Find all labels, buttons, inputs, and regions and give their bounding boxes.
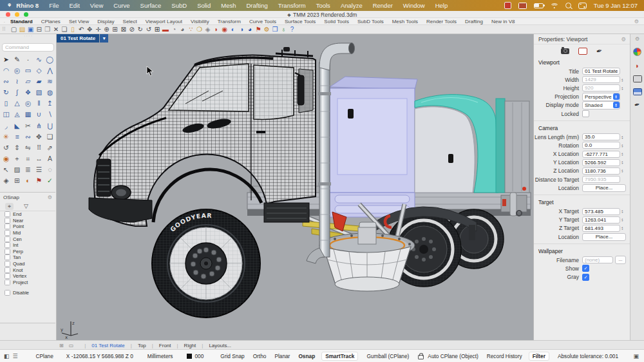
cage-icon[interactable]: ◫ bbox=[1, 109, 12, 119]
blend-icon[interactable]: ∾ bbox=[23, 131, 33, 142]
hide-objects-icon[interactable]: ▬ bbox=[162, 26, 170, 33]
properties-tab-camera-icon[interactable] bbox=[561, 48, 569, 54]
lens-stepper[interactable]: ▴▾ bbox=[621, 135, 626, 139]
x-target-input[interactable] bbox=[582, 208, 620, 215]
item-solid-tools[interactable]: Solid Tools bbox=[324, 19, 349, 24]
earth-render-icon[interactable]: ♁ bbox=[279, 26, 288, 33]
item-drafting[interactable]: Drafting bbox=[246, 2, 267, 9]
pipe-icon[interactable]: ‖ bbox=[33, 98, 44, 108]
y-location-stepper[interactable]: ▴▾ bbox=[621, 160, 626, 164]
polyline-icon[interactable]: ⋀ bbox=[44, 65, 55, 75]
print-icon[interactable]: ⊟ bbox=[35, 26, 43, 33]
layer-indicator[interactable]: 000 bbox=[187, 353, 204, 359]
undo-icon[interactable]: ↶ bbox=[77, 26, 86, 33]
item-render[interactable]: Render bbox=[373, 2, 393, 9]
hide-icon[interactable]: ◌ bbox=[44, 164, 55, 175]
rectangle-icon[interactable]: ▭ bbox=[23, 65, 33, 75]
osnap-vertex-checkbox[interactable] bbox=[5, 273, 10, 279]
z-location-input[interactable] bbox=[582, 167, 620, 175]
tab-settings-gear-icon[interactable]: ⚙ bbox=[634, 19, 639, 24]
rotate-view-icon[interactable]: ↻ bbox=[136, 26, 144, 33]
locked-checkbox[interactable] bbox=[582, 110, 589, 117]
item-select[interactable]: Select bbox=[123, 19, 137, 24]
wallpaper-show-checkbox[interactable]: ✓ bbox=[582, 265, 589, 272]
width-stepper[interactable]: ▴▾ bbox=[621, 78, 626, 82]
lock-objects-icon[interactable]: ◔ bbox=[170, 26, 178, 33]
array-icon[interactable]: ⠿ bbox=[33, 142, 44, 153]
save-file-icon[interactable]: ▣ bbox=[26, 26, 35, 33]
item-render-tools[interactable]: Render Tools bbox=[426, 19, 457, 24]
freeform-icon[interactable]: ∾ bbox=[1, 76, 12, 86]
export-icon[interactable]: ❐ bbox=[43, 26, 52, 33]
item-new-in-v8[interactable]: New in V8 bbox=[491, 19, 515, 24]
revolve-icon[interactable]: ↻ bbox=[1, 87, 12, 97]
wallpaper-filename-input[interactable] bbox=[582, 256, 613, 263]
ellipse-icon[interactable]: ◎ bbox=[12, 65, 23, 75]
group-icon[interactable]: ⊞ bbox=[12, 175, 23, 186]
camera-place-button[interactable]: Place... bbox=[582, 184, 626, 192]
lens-length-input[interactable] bbox=[582, 133, 620, 140]
paste-icon[interactable]: ▯ bbox=[69, 26, 77, 33]
properties-tab-displaymode-icon[interactable]: ✒ bbox=[596, 46, 603, 56]
statusbar-panel-icon[interactable]: ◧ bbox=[4, 353, 10, 359]
filter-toggle[interactable]: Filter bbox=[529, 352, 549, 361]
boolean-difference-icon[interactable]: ∖ bbox=[44, 109, 55, 119]
delete-icon[interactable]: ✕ bbox=[52, 26, 60, 33]
units-button[interactable]: Millimeters bbox=[147, 353, 173, 359]
front-wheel[interactable]: GOODYEAR bbox=[152, 209, 260, 318]
orient-icon[interactable]: ⇗ bbox=[44, 142, 55, 153]
dimension-icon[interactable]: ↔ bbox=[33, 153, 44, 164]
shaded-mode-icon[interactable]: ◗ bbox=[212, 26, 220, 33]
properties-tab-viewport-icon[interactable] bbox=[578, 48, 587, 55]
item-surface-tools[interactable]: Surface Tools bbox=[285, 19, 316, 24]
cylinder-icon[interactable]: ▯ bbox=[1, 98, 12, 108]
zoom-extents-icon[interactable]: ⊠ bbox=[119, 26, 128, 33]
new-file-icon[interactable]: ▢ bbox=[10, 26, 18, 33]
zoom-dynamic-icon[interactable]: ⊕ bbox=[102, 26, 111, 33]
app-red-icon[interactable] bbox=[504, 2, 511, 9]
item-mesh-tools[interactable]: Mesh Tools bbox=[392, 19, 418, 24]
item-standard[interactable]: Standard bbox=[10, 19, 33, 24]
wifi-icon[interactable] bbox=[551, 3, 558, 8]
arc-icon[interactable]: ◠ bbox=[1, 65, 12, 75]
surface-icon[interactable]: ▱ bbox=[23, 76, 33, 86]
item-drafting[interactable]: Drafting bbox=[465, 19, 483, 24]
osnap-near-checkbox[interactable] bbox=[5, 218, 10, 224]
point-icon[interactable]: ∙ bbox=[23, 54, 33, 64]
render-flag-icon[interactable]: ⚑ bbox=[254, 26, 263, 33]
x-location-stepper[interactable]: ▴▾ bbox=[621, 152, 626, 156]
viewport-title-input[interactable] bbox=[582, 68, 620, 75]
strip-web-panel-icon[interactable] bbox=[633, 88, 642, 95]
item-display[interactable]: Display bbox=[97, 19, 114, 24]
item-set-view[interactable]: Set View bbox=[69, 19, 89, 24]
tolerance-readout[interactable]: Absolute tolerance: 0.001 bbox=[558, 353, 618, 359]
subd-icon[interactable]: ◬ bbox=[12, 109, 23, 119]
move-view-icon[interactable]: ✛ bbox=[94, 26, 102, 33]
pan-hand-icon[interactable]: ✥ bbox=[86, 26, 94, 33]
view-tab-front[interactable]: Front bbox=[159, 343, 171, 348]
polygon-icon[interactable]: ◇ bbox=[33, 65, 44, 75]
text-icon[interactable]: A bbox=[44, 153, 55, 164]
view-tab-layouts[interactable]: Layouts... bbox=[209, 343, 231, 348]
globe-icon[interactable]: ◕ bbox=[245, 26, 254, 33]
maximize-viewport-icon[interactable]: ▭ bbox=[69, 343, 74, 348]
sphere-icon[interactable]: ◍ bbox=[44, 87, 55, 97]
item-analyze[interactable]: Analyze bbox=[341, 2, 363, 9]
perspective-viewport[interactable]: 01 Test Rotate ▼ bbox=[57, 34, 533, 340]
osnap-tab-snaps-icon[interactable]: ⌖ bbox=[5, 203, 14, 210]
apple-menu-icon[interactable]: ♠ bbox=[8, 2, 11, 9]
plane-icon[interactable]: ▰ bbox=[33, 76, 44, 86]
osnap-end-checkbox[interactable] bbox=[5, 211, 10, 217]
patch-icon[interactable]: ❖ bbox=[23, 87, 33, 97]
torus-icon[interactable]: ◎ bbox=[23, 98, 33, 108]
item-visibility[interactable]: Visibility bbox=[191, 19, 209, 24]
osnap-disable-checkbox[interactable] bbox=[5, 290, 10, 296]
rotate-icon[interactable]: ↺ bbox=[1, 142, 12, 153]
rotation-stepper[interactable]: ▴▾ bbox=[621, 144, 626, 148]
view-tab-right[interactable]: Right bbox=[184, 343, 196, 348]
join-icon[interactable]: ⋃ bbox=[44, 120, 55, 131]
item-rhino-8[interactable]: Rhino 8 bbox=[16, 2, 39, 9]
four-viewports-icon[interactable]: ⊞ bbox=[59, 343, 64, 348]
select-icon[interactable]: ➤ bbox=[1, 54, 12, 64]
view-tab-top[interactable]: Top bbox=[138, 343, 146, 348]
